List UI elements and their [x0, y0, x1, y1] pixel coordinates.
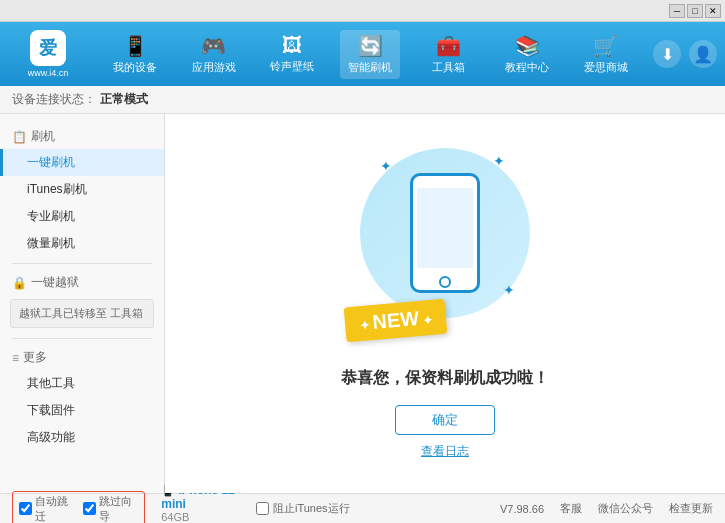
minimize-button[interactable]: ─: [669, 4, 685, 18]
phone-illustration: ✦ ✦ ✦ NEW: [355, 148, 535, 348]
service-link[interactable]: 客服: [560, 501, 582, 516]
phone-screen: [417, 188, 473, 268]
status-label: 设备连接状态：: [12, 91, 96, 108]
sidebar-divider-2: [12, 338, 152, 339]
sidebar-section-more: ≡ 更多 其他工具 下载固件 高级功能: [0, 343, 164, 453]
sparkle-3: ✦: [503, 282, 515, 298]
sidebar-item-other-tools[interactable]: 其他工具: [0, 370, 164, 397]
skip-wizard-checkbox[interactable]: 跳过向导: [83, 494, 139, 524]
phone-home-button: [439, 276, 451, 288]
sidebar-item-micro[interactable]: 微量刷机: [0, 230, 164, 257]
sidebar-section-jailbreak: 🔒 一键越狱 越狱工具已转移至 工具箱: [0, 268, 164, 334]
check-update-link[interactable]: 检查更新: [669, 501, 713, 516]
wallpaper-icon: 🖼: [282, 34, 302, 57]
wechat-link[interactable]: 微信公众号: [598, 501, 653, 516]
nav-store[interactable]: 🛒 爱思商城: [576, 30, 636, 79]
header: 爱 www.i4.cn 📱 我的设备 🎮 应用游戏 🖼 铃声壁纸 🔄 智能刷机 …: [0, 22, 725, 86]
download-button[interactable]: ⬇: [653, 40, 681, 68]
stop-itunes-checkbox[interactable]: 阻止iTunes运行: [256, 501, 350, 516]
sidebar-header-flash: 📋 刷机: [0, 124, 164, 149]
logo-url: www.i4.cn: [28, 68, 69, 78]
stop-itunes-input[interactable]: [256, 502, 269, 515]
nav-toolbox[interactable]: 🧰 工具箱: [419, 30, 479, 79]
apps-icon: 🎮: [201, 34, 226, 58]
version-label: V7.98.66: [500, 503, 544, 515]
content-area: ✦ ✦ ✦ NEW 恭喜您，保资料刷机成功啦！ 确定 查看日志: [165, 114, 725, 493]
nav-apps[interactable]: 🎮 应用游戏: [184, 30, 244, 79]
jailbreak-notice: 越狱工具已转移至 工具箱: [10, 299, 154, 328]
sidebar-item-one-click[interactable]: 一键刷机: [0, 149, 164, 176]
logo[interactable]: 爱 www.i4.cn: [8, 30, 88, 78]
checkbox-area: 自动跳迁 跳过向导: [12, 491, 145, 524]
sparkle-2: ✦: [493, 153, 505, 169]
sidebar-section-flash: 📋 刷机 一键刷机 iTunes刷机 专业刷机 微量刷机: [0, 122, 164, 259]
nav-smart-flash[interactable]: 🔄 智能刷机: [340, 30, 400, 79]
apps-label: 应用游戏: [192, 60, 236, 75]
toolbox-icon: 🧰: [436, 34, 461, 58]
maximize-button[interactable]: □: [687, 4, 703, 18]
nav-tutorial[interactable]: 📚 教程中心: [497, 30, 557, 79]
store-label: 爱思商城: [584, 60, 628, 75]
device-storage: 64GB: [161, 511, 189, 523]
header-right: ⬇ 👤: [653, 40, 717, 68]
skip-wizard-input[interactable]: [83, 502, 96, 515]
nav-bar: 📱 我的设备 🎮 应用游戏 🖼 铃声壁纸 🔄 智能刷机 🧰 工具箱 📚 教程中心…: [96, 30, 645, 79]
tutorial-icon: 📚: [515, 34, 540, 58]
new-badge: NEW: [344, 298, 448, 342]
user-button[interactable]: 👤: [689, 40, 717, 68]
status-bar: 设备连接状态： 正常模式: [0, 86, 725, 114]
lock-icon: 🔒: [12, 276, 27, 290]
auto-jump-checkbox[interactable]: 自动跳迁: [19, 494, 75, 524]
tutorial-label: 教程中心: [505, 60, 549, 75]
nav-wallpaper[interactable]: 🖼 铃声壁纸: [262, 30, 322, 78]
more-section-label: 更多: [23, 349, 47, 366]
phone-body: [410, 173, 480, 293]
success-message: 恭喜您，保资料刷机成功啦！: [341, 368, 549, 389]
auto-jump-input[interactable]: [19, 502, 32, 515]
close-button[interactable]: ✕: [705, 4, 721, 18]
review-log-link[interactable]: 查看日志: [421, 443, 469, 460]
flash-section-label: 刷机: [31, 128, 55, 145]
my-device-icon: 📱: [123, 34, 148, 58]
auto-jump-label: 自动跳迁: [35, 494, 75, 524]
bottom-bar: 自动跳迁 跳过向导 📱 iPhone 12 mini 64GB Down-12m…: [0, 493, 725, 523]
sidebar-header-jailbreak: 🔒 一键越狱: [0, 270, 164, 295]
status-value: 正常模式: [100, 91, 148, 108]
sparkle-1: ✦: [380, 158, 392, 174]
bottom-right: V7.98.66 客服 微信公众号 检查更新: [500, 501, 713, 516]
stop-itunes-label: 阻止iTunes运行: [273, 501, 350, 516]
smart-flash-icon: 🔄: [358, 34, 383, 58]
skip-wizard-label: 跳过向导: [99, 494, 139, 524]
toolbox-label: 工具箱: [432, 60, 465, 75]
logo-icon: 爱: [30, 30, 66, 66]
sidebar-item-download-fw[interactable]: 下载固件: [0, 397, 164, 424]
flash-section-icon: 📋: [12, 130, 27, 144]
title-bar: ─ □ ✕: [0, 0, 725, 22]
sidebar-divider-1: [12, 263, 152, 264]
phone-circle-bg: ✦ ✦ ✦: [360, 148, 530, 318]
jailbreak-section-label: 一键越狱: [31, 274, 79, 291]
store-icon: 🛒: [593, 34, 618, 58]
smart-flash-label: 智能刷机: [348, 60, 392, 75]
stop-itunes-area: 阻止iTunes运行: [256, 501, 500, 516]
nav-my-device[interactable]: 📱 我的设备: [105, 30, 165, 79]
confirm-button[interactable]: 确定: [395, 405, 495, 435]
sidebar-item-itunes[interactable]: iTunes刷机: [0, 176, 164, 203]
more-section-icon: ≡: [12, 351, 19, 365]
main-area: 📋 刷机 一键刷机 iTunes刷机 专业刷机 微量刷机 🔒 一键越狱 越狱工具…: [0, 114, 725, 493]
sidebar: 📋 刷机 一键刷机 iTunes刷机 专业刷机 微量刷机 🔒 一键越狱 越狱工具…: [0, 114, 165, 493]
wallpaper-label: 铃声壁纸: [270, 59, 314, 74]
my-device-label: 我的设备: [113, 60, 157, 75]
sidebar-header-more: ≡ 更多: [0, 345, 164, 370]
sidebar-item-pro[interactable]: 专业刷机: [0, 203, 164, 230]
sidebar-item-advanced[interactable]: 高级功能: [0, 424, 164, 451]
